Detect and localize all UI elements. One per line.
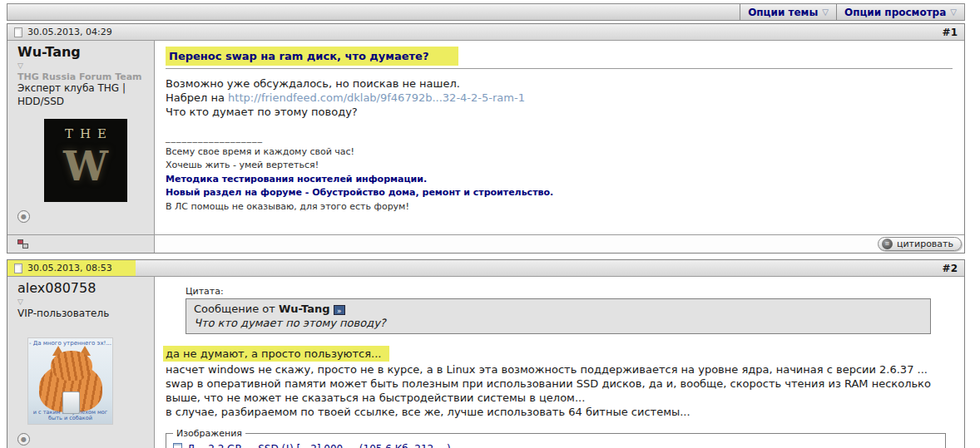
post-1-footer-left (7, 235, 155, 253)
post-1-footer: ≡ цитировать (7, 234, 964, 253)
attachment-link[interactable]: Д… 2.2 GB … SSD (!) […2] 000 … (105.6 Кб… (187, 443, 451, 448)
thread-options-button[interactable]: Опции темы ▽ (740, 4, 836, 20)
post-1: 30.05.2013, 04:29 #1 Wu-Tang ▽ THG Russi… (7, 23, 965, 254)
thread-options-label: Опции темы (748, 7, 818, 18)
ip-address-icon[interactable] (17, 239, 29, 249)
cat-head (51, 351, 92, 381)
username-link[interactable]: Wu-Tang (17, 44, 146, 60)
avatar[interactable]: THE W (44, 119, 127, 202)
user-group-label: VIP-пользователь (17, 308, 146, 321)
title-divider (166, 68, 953, 69)
user-status-icon: ● (17, 433, 30, 446)
user-status-icon: ● (17, 210, 30, 223)
quote-box: Сообщение от Wu-Tang » Что кто думает по… (186, 298, 931, 334)
images-attachments-fieldset: Изображения Д… 2.2 GB … SSD (!) […2] 000… (166, 428, 946, 448)
post-2-message: Цитата: Сообщение от Wu-Tang » Что кто д… (155, 277, 964, 448)
post-1-header: 30.05.2013, 04:29 #1 (7, 24, 964, 41)
signature-line: Всему свое время и каждому свой час! (166, 145, 953, 160)
attachment-row: Д… 2.2 GB … SSD (!) […2] 000 … (105.6 Кб… (173, 443, 938, 448)
user-group-label: THG Russia Forum Team (17, 71, 146, 82)
signature-link[interactable]: Методика тестирования носителей информац… (166, 173, 953, 187)
post-text-line: swap в оперативной памяти может быть пол… (166, 377, 953, 391)
chevron-down-icon: ▽ (950, 7, 957, 17)
signature-link[interactable]: Новый раздел на форуме - Обустройство до… (166, 186, 953, 200)
post-2-number-link[interactable]: #2 (943, 263, 958, 274)
post-icon (14, 27, 22, 37)
post-1-body: Wu-Tang ▽ THG Russia Forum Team Эксперт … (7, 41, 964, 234)
user-menu-arrow-icon[interactable]: ▽ (17, 298, 146, 306)
user-menu-arrow-icon[interactable]: ▽ (17, 62, 146, 70)
post-1-user-column: Wu-Tang ▽ THG Russia Forum Team Эксперт … (7, 41, 155, 234)
post-text-line: Возможно уже обсуждалось, но поискав не … (166, 76, 953, 91)
link-prefix: Набрел на (166, 91, 228, 104)
post-1-number-link[interactable]: #1 (943, 27, 958, 38)
view-options-button[interactable]: Опции просмотра ▽ (836, 4, 964, 20)
avatar-caption: - Да много утреннего эх!... (28, 340, 112, 347)
avatar[interactable]: - Да много утреннего эх!... и с таким же… (27, 337, 113, 425)
username-link[interactable]: alex080758 (17, 280, 146, 296)
quote-from-prefix: Сообщение от (194, 303, 279, 315)
signature: __________________ Всему свое время и ка… (166, 131, 953, 214)
quote-attribution: Сообщение от Wu-Tang » (194, 303, 923, 315)
attachment-file-icon (173, 443, 182, 448)
highlighted-text-line: да не думают, а просто пользуются... (163, 346, 389, 362)
external-link[interactable]: http://friendfeed.com/dklab/9f46792b...3… (228, 91, 525, 104)
signature-line: Хочешь жить - умей вертеться! (166, 159, 953, 173)
view-options-label: Опции просмотра (844, 7, 946, 18)
post-1-date: 30.05.2013, 04:29 (27, 27, 112, 37)
quote-button[interactable]: ≡ цитировать (878, 237, 962, 251)
view-post-icon[interactable]: » (334, 305, 345, 315)
images-legend: Изображения (173, 428, 245, 439)
quote-block: Цитата: Сообщение от Wu-Tang » Что кто д… (186, 286, 931, 334)
quoted-text: Что кто думает по этому поводу? (194, 317, 923, 329)
quoted-username: Wu-Tang (279, 303, 330, 315)
signature-separator: __________________ (166, 131, 953, 145)
post-text-line: в случае, разбираемом по твоей ссылке, в… (166, 405, 953, 419)
forum-thread-page: Опции темы ▽ Опции просмотра ▽ 30.05.201… (0, 0, 980, 448)
thread-title-highlighted: Перенос swap на ram диск, что думаете? (166, 47, 458, 66)
user-title-line: Эксперт клуба THG | (17, 82, 146, 96)
user-title-line: HDD/SSD (17, 96, 146, 109)
post-2-date-area-highlighted: 30.05.2013, 08:53 (7, 260, 136, 276)
milk-glass (62, 391, 80, 414)
post-1-date-area: 30.05.2013, 04:29 (7, 24, 119, 40)
post-1-footer-right: ≡ цитировать (155, 235, 964, 253)
signature-line: В ЛС помощь не оказываю, для этого есть … (166, 200, 953, 214)
thread-content: Опции темы ▽ Опции просмотра ▽ 30.05.201… (7, 3, 965, 448)
post-2-header: 30.05.2013, 08:53 #2 (7, 260, 964, 277)
post-2-user-column: alex080758 ▽ VIP-пользователь - Да много… (7, 277, 155, 448)
chevron-down-icon: ▽ (822, 7, 829, 17)
post-text-line: Что кто думает по этому поводу? (166, 105, 953, 119)
post-2-body: alex080758 ▽ VIP-пользователь - Да много… (7, 277, 964, 448)
post-text-line: насчет windows не скажу, просто не в кур… (166, 362, 953, 377)
thread-toolbar: Опции темы ▽ Опции просмотра ▽ (7, 3, 965, 21)
avatar-text: W (63, 146, 108, 186)
quote-button-label: цитировать (897, 239, 953, 249)
post-2-date: 30.05.2013, 08:53 (27, 263, 112, 273)
speech-bubble-icon: ≡ (882, 239, 893, 249)
quote-label: Цитата: (186, 286, 931, 297)
avatar-text: THE (58, 126, 113, 141)
post-text-line: Набрел на http://friendfeed.com/dklab/9f… (166, 91, 953, 105)
post-icon (14, 263, 22, 273)
post-1-message: Перенос swap на ram диск, что думаете? В… (155, 41, 964, 234)
post-2: 30.05.2013, 08:53 #2 alex080758 ▽ VIP-по… (7, 259, 965, 448)
post-text-line: выше, что не может не сказаться на быстр… (166, 391, 953, 405)
